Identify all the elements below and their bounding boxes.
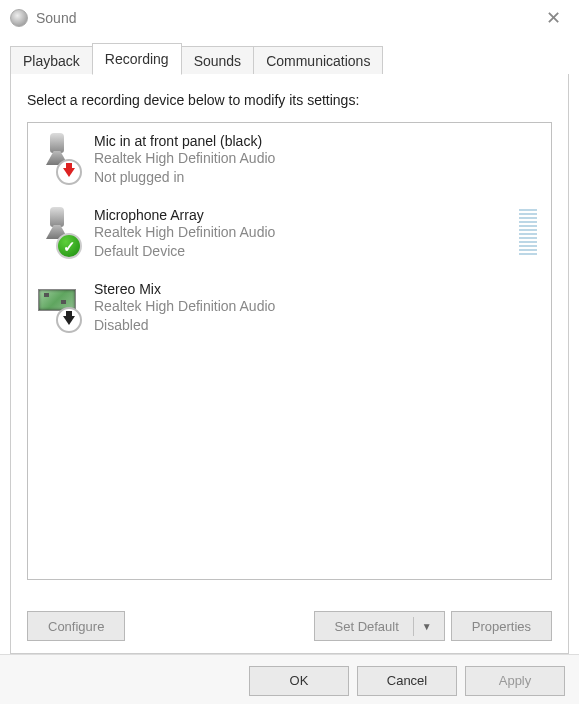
device-info: Mic in at front panel (black) Realtek Hi… [94,131,541,187]
close-icon[interactable]: ✕ [536,3,571,33]
device-info: Microphone Array Realtek High Definition… [94,205,519,261]
unplugged-badge-icon [56,159,82,185]
tab-playback[interactable]: Playback [10,46,93,75]
microphone-icon [38,131,84,187]
apply-button[interactable]: Apply [465,666,565,696]
device-driver: Realtek High Definition Audio [94,223,519,242]
set-default-label: Set Default [335,619,399,634]
level-meter-icon [519,209,537,255]
configure-button[interactable]: Configure [27,611,125,641]
window-title: Sound [36,10,536,26]
device-list[interactable]: Mic in at front panel (black) Realtek Hi… [27,122,552,580]
default-badge-icon [56,233,82,259]
properties-button[interactable]: Properties [451,611,552,641]
tab-sounds[interactable]: Sounds [181,46,254,75]
device-driver: Realtek High Definition Audio [94,297,541,316]
device-name: Mic in at front panel (black) [94,133,541,149]
titlebar: Sound ✕ [0,0,579,36]
device-row[interactable]: Microphone Array Realtek High Definition… [28,197,551,271]
tab-strip: Playback Recording Sounds Communications [10,42,569,75]
sound-app-icon [10,9,28,27]
device-status: Default Device [94,242,519,261]
instruction-text: Select a recording device below to modif… [27,92,552,108]
recording-panel: Select a recording device below to modif… [10,74,569,654]
device-info: Stereo Mix Realtek High Definition Audio… [94,279,541,335]
dialog-button-row: OK Cancel Apply [0,654,579,704]
device-row[interactable]: Mic in at front panel (black) Realtek Hi… [28,123,551,197]
device-driver: Realtek High Definition Audio [94,149,541,168]
chevron-down-icon[interactable]: ▼ [413,617,438,636]
soundcard-icon [38,279,84,335]
panel-button-row: Configure Set Default ▼ Properties [27,611,552,641]
set-default-button[interactable]: Set Default ▼ [314,611,445,641]
cancel-button[interactable]: Cancel [357,666,457,696]
device-status: Not plugged in [94,168,541,187]
ok-button[interactable]: OK [249,666,349,696]
device-name: Microphone Array [94,207,519,223]
disabled-badge-icon [56,307,82,333]
device-row[interactable]: Stereo Mix Realtek High Definition Audio… [28,271,551,345]
device-name: Stereo Mix [94,281,541,297]
microphone-icon [38,205,84,261]
tab-recording[interactable]: Recording [92,43,182,75]
tab-communications[interactable]: Communications [253,46,383,75]
device-status: Disabled [94,316,541,335]
